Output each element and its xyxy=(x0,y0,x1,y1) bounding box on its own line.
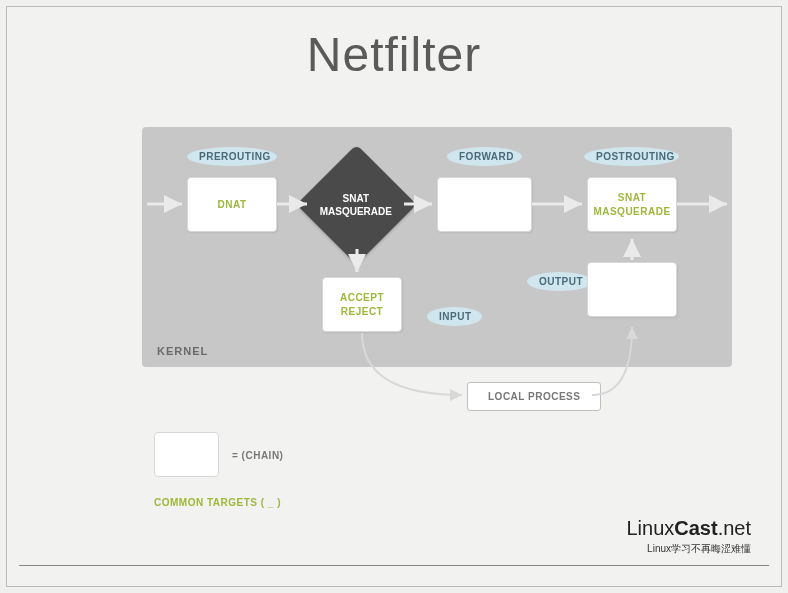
local-process: LOCAL PROCESS xyxy=(467,382,601,411)
routing-diamond: SNAT MASQUERADE xyxy=(296,144,416,264)
diamond-line1: SNAT xyxy=(343,193,369,204)
kernel-box: KERNEL PREROUTING FORWARD POSTROUTING IN… xyxy=(142,127,732,367)
diamond-line2: MASQUERADE xyxy=(320,206,392,217)
chain-snat-line2: MASQUERADE xyxy=(593,205,670,219)
chain-dnat: DNAT xyxy=(187,177,277,232)
chain-dnat-label: DNAT xyxy=(217,198,246,212)
chain-accept: ACCEPT xyxy=(340,291,384,305)
logo-main: LinuxCast.net xyxy=(626,517,751,540)
slide: Netfilter ➤ KERNEL PREROUTING FORWARD PO… xyxy=(6,6,782,587)
legend-chain-box xyxy=(154,432,219,477)
page-title: Netfilter xyxy=(7,27,781,82)
logo-part2: Cast xyxy=(674,517,717,539)
hook-postrouting: POSTROUTING xyxy=(584,147,679,166)
logo-part1: Linux xyxy=(626,517,674,539)
hook-input: INPUT xyxy=(427,307,482,326)
chain-snat-line1: SNAT xyxy=(618,191,646,205)
chain-reject: REJECT xyxy=(341,305,383,319)
logo-tagline: Linux学习不再晦涩难懂 xyxy=(626,542,751,556)
hook-forward: FORWARD xyxy=(447,147,522,166)
chain-output-box xyxy=(587,262,677,317)
logo: LinuxCast.net Linux学习不再晦涩难懂 xyxy=(626,517,751,556)
hook-output: OUTPUT xyxy=(527,272,592,291)
hook-prerouting: PREROUTING xyxy=(187,147,277,166)
chain-accept-reject: ACCEPT REJECT xyxy=(322,277,402,332)
bottom-rule xyxy=(19,565,769,566)
kernel-label: KERNEL xyxy=(157,345,208,357)
diamond-label: SNAT MASQUERADE xyxy=(306,192,406,218)
chain-forward-box xyxy=(437,177,532,232)
logo-part3: .net xyxy=(718,517,751,539)
legend-chain-text: = (CHAIN) xyxy=(232,450,283,461)
common-targets: COMMON TARGETS ( _ ) xyxy=(154,497,281,508)
chain-snat-masq: SNAT MASQUERADE xyxy=(587,177,677,232)
